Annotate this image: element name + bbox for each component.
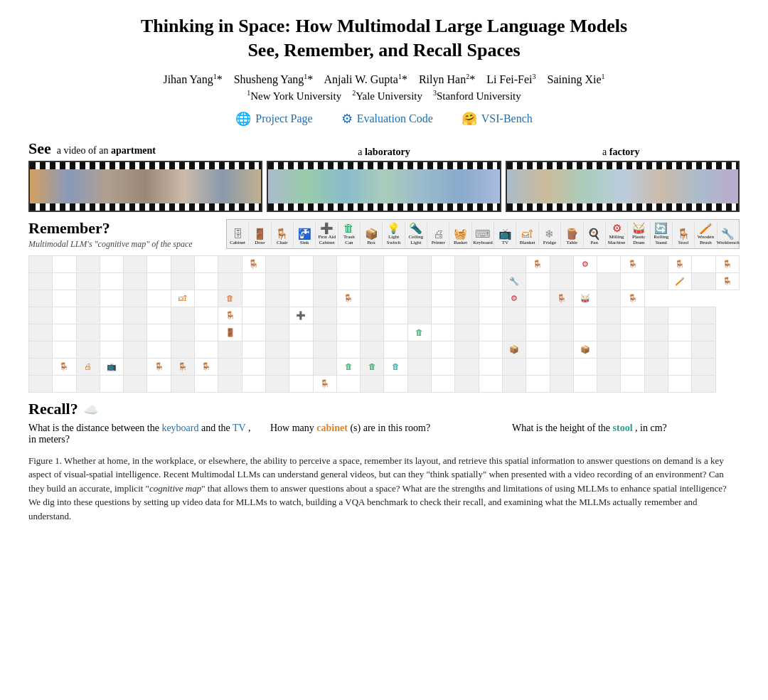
see-caption-apartment: a video of an apartment [57,145,156,157]
remember-right: 🗄 Cabinet 🚪 Door 🪑 Chair 🚰 Sink ➕ [226,219,740,254]
icon-blanket: 🛋 Blanket [516,222,538,246]
github-icon: ⚙ [341,111,353,127]
see-caption-factory: a factory [602,147,639,158]
recall-question-1: What is the distance between the keyboar… [28,423,256,445]
figure-caption: Figure 1. Whether at home, in the workpl… [28,454,740,524]
vsi-bench-link[interactable]: 🤗 VSI-Bench [462,111,533,127]
main-title: Thinking in Space: How Multimodal Large … [28,14,740,63]
icon-workbench: 🔧 Workbench [718,222,739,246]
video-strip-lab [267,161,501,212]
icon-sink: 🚰 Sink [294,222,316,246]
icon-door: 🚪 Door [249,222,271,246]
title-section: Thinking in Space: How Multimodal Large … [28,14,740,127]
cognitive-grid-container: 🪑 🪑 ⚙ 🪑 🪑 🪑 🔧 🪥 🪑 [28,255,740,393]
affiliations: 1New York University 2Yale University 3S… [28,89,740,102]
remember-header: Remember? [28,219,220,238]
icon-woodenbrush: 🪥 Wooden Brush [695,222,717,246]
icon-lightswitch: 💡 Light Switch [383,222,405,246]
icon-fridge: ❄ Fridge [539,222,561,246]
icon-basket: 🧺 Basket [449,222,471,246]
icon-stool: 🪑 Stool [673,222,695,246]
icon-firstaid: ➕ First Aid Cabinet [316,222,338,246]
grid-row-7: 🪑 🖨 📺 🪑 🪑 🪑 🗑 🗑 🗑 [29,358,740,375]
emoji-icon: 🤗 [462,111,477,127]
cloud-icon: ☁️ [84,404,98,416]
see-section: See a video of an apartment a laboratory… [28,139,740,212]
grid-row-4: 🪑 ➕ [29,307,740,324]
icon-ceilinglight: 🔦 Ceiling Light [405,222,427,246]
remember-section: Remember? Multimodal LLM's "cognitive ma… [28,219,740,393]
icon-trash: 🗑 Trash Can [338,222,361,246]
icon-table: 🪵 Table [561,222,583,246]
grid-row-3: 🛋 🗑 🪑 ⚙ 🪑 🥁 🪑 [29,290,740,307]
icon-pan: 🍳 Pan [584,222,606,246]
keyword-stool: stool [613,423,633,433]
recall-header: Recall? [28,400,78,418]
grid-row-8: 🪑 [29,375,740,392]
grid-row-6: 📦 📦 [29,341,740,358]
see-label: See [28,139,51,158]
see-caption-lab: a laboratory [358,147,410,158]
links-row: 🌐 Project Page ⚙ Evaluation Code 🤗 VSI-B… [28,111,740,127]
icon-tv: 📺 TV [494,222,516,246]
remember-left: Remember? Multimodal LLM's "cognitive ma… [28,219,220,254]
icon-milling: ⚙ Milling Machine [606,222,628,246]
icon-printer: 🖨 Printer [427,222,449,246]
recall-section: Recall? ☁️ What is the distance between … [28,400,740,445]
icon-box: 📦 Box [361,222,383,246]
cognitive-grid: 🪑 🪑 ⚙ 🪑 🪑 🪑 🔧 🪥 🪑 [28,255,740,393]
authors: Jihan Yang1* Shusheng Yang1* Anjali W. G… [28,73,740,86]
icon-chair: 🪑 Chair [272,222,294,246]
keyword-tv: TV [233,423,245,433]
video-strip-apartment [28,161,262,212]
icon-cabinet: 🗄 Cabinet [227,222,249,246]
eval-code-link[interactable]: ⚙ Evaluation Code [341,111,433,127]
icon-legend: 🗄 Cabinet 🚪 Door 🪑 Chair 🚰 Sink ➕ [226,219,740,249]
video-strip-factory [506,161,740,212]
grid-row-5: 🚪 🗑 [29,324,740,341]
keyword-keyboard: keyboard [161,423,198,433]
grid-row-1: 🪑 🪑 ⚙ 🪑 🪑 🪑 [29,255,740,272]
globe-icon: 🌐 [235,111,251,127]
project-page-link[interactable]: 🌐 Project Page [235,111,312,127]
recall-questions: What is the distance between the keyboar… [28,423,740,445]
keyword-cabinet: cabinet [316,423,348,433]
remember-subtitle: Multimodal LLM's "cognitive map" of the … [28,239,220,250]
icon-keyboard: ⌨ Keyboard [472,222,494,246]
icon-rolling: 🔄 Rolling Stand [651,222,673,246]
grid-row-2: 🔧 🪥 🪑 [29,272,740,290]
recall-question-2: How many cabinet (s) are in this room? [270,423,498,445]
recall-question-3: What is the height of the stool , in cm? [512,423,740,445]
icon-drum: 🥁 Plastic Drum [628,222,650,246]
